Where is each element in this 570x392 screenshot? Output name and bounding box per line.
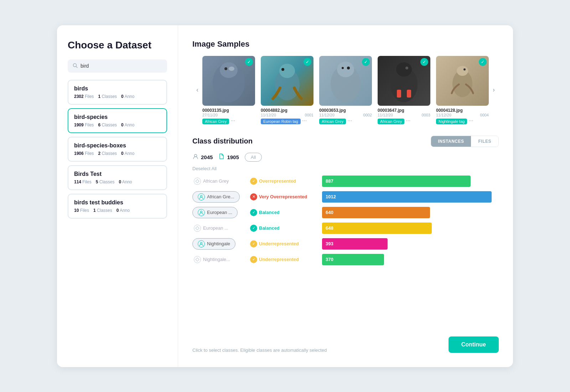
svg-rect-17	[407, 90, 411, 98]
class-icon-0	[194, 178, 201, 185]
right-panel: Image Samples ‹ ✓ 00003135.jpg	[178, 25, 513, 367]
class-selector-5: Nightingale...	[192, 256, 246, 263]
image-card-3: ✓ 00003647.jpg 11/12/20 0003	[378, 56, 430, 124]
dataset-meta: 1906 Files 2 Classes 0 Anno	[74, 151, 161, 156]
image-tags-2: African Grey ···	[319, 117, 372, 124]
toggle-group: INSTANCES FILES	[431, 136, 499, 147]
image-index-2: 0002	[363, 113, 372, 117]
bar-container-2: 640	[322, 207, 499, 218]
status-icon-4: ✓	[250, 240, 257, 247]
class-icon-3	[194, 225, 201, 232]
bar-0: 887	[322, 176, 471, 187]
svg-point-3	[220, 62, 238, 78]
filter-all-button[interactable]: All	[245, 153, 262, 162]
svg-point-11	[347, 67, 350, 69]
bar-1: 1012	[322, 191, 492, 203]
dataset-name: bird-species-boxes	[74, 142, 161, 149]
continue-button[interactable]: Continue	[449, 336, 499, 353]
image-tags-0: African Grey ···	[202, 117, 255, 124]
svg-point-10	[337, 62, 354, 77]
class-button-2[interactable]: European ...	[192, 207, 238, 218]
dataset-meta: 114 Files 5 Classes 0 Anno	[74, 179, 161, 184]
image-filename-0: 00003135.jpg	[202, 108, 255, 113]
status-text-5: Underrepresented	[259, 257, 299, 262]
class-icon-1	[198, 193, 205, 200]
svg-point-24	[201, 242, 202, 244]
files-icon	[218, 153, 225, 161]
status-badge-3: ✓ Balanced	[250, 225, 318, 232]
image-date-3: 11/12/20	[378, 113, 393, 117]
deselect-all[interactable]: Deselect All	[192, 166, 499, 171]
class-row-2: European ... ✓ Balanced 640	[192, 207, 499, 218]
svg-rect-16	[397, 90, 401, 98]
svg-point-19	[457, 66, 468, 76]
image-tag-0: African Grey	[202, 119, 229, 124]
class-name-5: Nightingale...	[203, 257, 230, 262]
image-filename-1: 00004882.jpg	[261, 108, 314, 113]
image-thumb-1: ✓	[261, 56, 314, 106]
status-text-0: Overrepresented	[259, 178, 296, 184]
more-dots-2[interactable]: ···	[347, 117, 352, 124]
search-input[interactable]	[81, 63, 162, 69]
class-row-4: Nightingale ✓ Underrepresented 393	[192, 238, 499, 250]
bar-4: 393	[322, 238, 388, 250]
class-button-4[interactable]: Nightingale	[192, 238, 235, 250]
class-name-1: African Gre...	[207, 194, 234, 199]
status-icon-0: ✓	[250, 178, 257, 185]
check-badge-0: ✓	[245, 58, 253, 66]
image-meta-1: 11/12/20 0001	[261, 113, 314, 117]
search-icon	[73, 63, 78, 69]
image-meta-2: 11/12/20 0002	[319, 113, 372, 117]
toggle-files[interactable]: FILES	[471, 136, 498, 147]
status-icon-5: ✓	[250, 256, 257, 263]
image-date-2: 11/12/20	[319, 113, 335, 117]
more-dots-3[interactable]: ···	[406, 117, 410, 124]
bar-container-1: 1012	[322, 191, 499, 203]
dataset-name: Birds Test	[74, 171, 161, 177]
toggle-instances[interactable]: INSTANCES	[431, 136, 471, 147]
more-dots-1[interactable]: ···	[302, 117, 307, 124]
left-panel: Choose a Dataset birds 2302 Files 1 Clas…	[57, 25, 178, 367]
bar-container-5: 370	[322, 254, 499, 265]
images-row: ✓ 00003135.jpg 27/11/20	[202, 56, 489, 124]
svg-line-1	[76, 66, 78, 68]
image-card-4: ✓ 00004128.jpg 11/12/20 0004	[436, 56, 489, 124]
class-selector-2: European ...	[192, 207, 246, 218]
class-row-0: African Grey ✓ Overrepresented 887	[192, 176, 499, 187]
dataset-item-birds[interactable]: birds 2302 Files 1 Classes 0 Anno	[68, 80, 167, 105]
dataset-item-birds-test-buddies[interactable]: birds test buddies 10 Files 1 Classes 0 …	[68, 194, 167, 219]
next-arrow[interactable]: ›	[489, 85, 499, 95]
status-badge-2: ✓ Balanced	[250, 209, 318, 216]
image-tag-4: Nightingale tag	[436, 119, 467, 124]
class-label-3: European ...	[192, 225, 228, 232]
more-dots-4[interactable]: ···	[468, 117, 473, 124]
more-dots-0[interactable]: ···	[230, 117, 235, 124]
image-thumb-2: ✓	[319, 56, 372, 106]
prev-arrow[interactable]: ‹	[192, 85, 202, 95]
svg-point-5	[224, 67, 227, 70]
class-button-1[interactable]: African Gre...	[192, 191, 240, 203]
dataset-item-bird-species[interactable]: bird-species 1909 Files 6 Classes 0 Anno	[68, 108, 167, 133]
dataset-name: birds test buddies	[74, 199, 161, 206]
status-text-4: Underrepresented	[259, 241, 299, 246]
status-badge-4: ✓ Underrepresented	[250, 240, 318, 247]
status-text-3: Balanced	[259, 225, 280, 231]
dataset-item-bird-species-boxes[interactable]: bird-species-boxes 1906 Files 2 Classes …	[68, 137, 167, 162]
bar-3: 648	[322, 223, 432, 234]
class-selector-0: African Grey	[192, 178, 246, 185]
class-label-0: African Grey	[192, 178, 229, 185]
image-card-2: ✓ 00003653.jpg 11/12/20 0002	[319, 56, 372, 124]
class-name-0: African Grey	[203, 178, 229, 184]
files-count: 1905	[227, 154, 239, 160]
class-selector-1: African Gre...	[192, 191, 246, 203]
image-index-1: 0001	[305, 113, 314, 117]
class-row-5: Nightingale... ✓ Underrepresented 370	[192, 254, 499, 265]
dataset-item-birds-test[interactable]: Birds Test 114 Files 5 Classes 0 Anno	[68, 165, 167, 190]
status-text-2: Balanced	[259, 210, 280, 215]
class-selector-3: European ...	[192, 225, 246, 232]
bar-container-0: 887	[322, 176, 499, 187]
class-icon-2	[198, 209, 205, 216]
dataset-meta: 10 Files 1 Classes 0 Anno	[74, 208, 161, 213]
status-badge-5: ✓ Underrepresented	[250, 256, 318, 263]
class-rows: African Grey ✓ Overrepresented 887 Afric…	[192, 176, 499, 265]
